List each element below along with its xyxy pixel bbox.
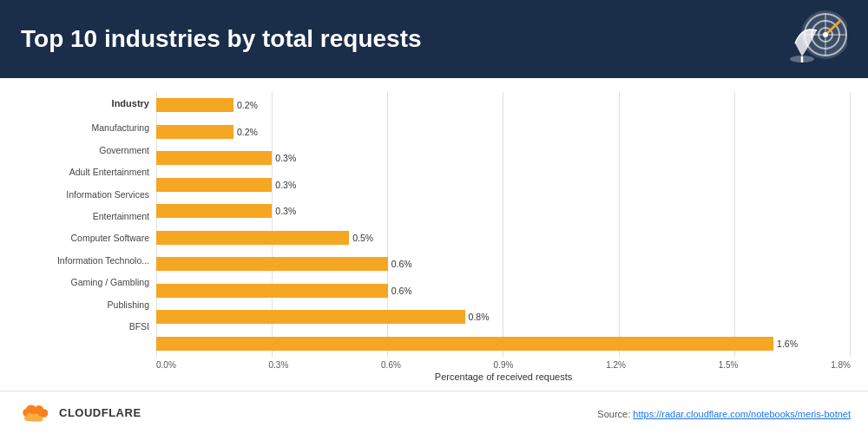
x-tick: 1.5% bbox=[719, 360, 739, 370]
x-tick: 0.0% bbox=[156, 360, 176, 370]
cloudflare-cloud-icon bbox=[17, 401, 52, 425]
y-label-entertainment: Entertainment bbox=[17, 212, 156, 221]
source-prefix: Source: bbox=[597, 409, 633, 419]
bar bbox=[156, 204, 272, 218]
footer: CLOUDFLARE Source: https://radar.cloudfl… bbox=[0, 391, 868, 434]
bar-value-label: 0.3% bbox=[275, 153, 296, 163]
bar-value-label: 0.2% bbox=[237, 127, 258, 137]
bar-value-label: 0.5% bbox=[352, 233, 373, 243]
y-axis-header: Industry bbox=[17, 98, 156, 108]
bar-row: 0.3% bbox=[156, 178, 851, 192]
y-label-bfsi: BFSI bbox=[17, 322, 156, 332]
bar-row: 0.6% bbox=[156, 257, 851, 271]
bar bbox=[156, 98, 233, 112]
x-tick: 1.2% bbox=[606, 360, 626, 370]
x-tick: 1.8% bbox=[831, 360, 851, 370]
y-label-manufacturing: Manufacturing bbox=[17, 123, 156, 133]
bar-row: 1.6% bbox=[156, 337, 851, 351]
source-attribution: Source: https://radar.cloudflare.com/not… bbox=[597, 405, 851, 421]
chart-area: Industry Manufacturing Government Adult … bbox=[0, 78, 868, 391]
bar-value-label: 0.6% bbox=[391, 286, 412, 296]
bar-row: 0.3% bbox=[156, 151, 851, 165]
svg-point-6 bbox=[823, 32, 828, 37]
bar-value-label: 1.6% bbox=[777, 339, 798, 349]
y-axis-labels: Industry Manufacturing Government Adult … bbox=[17, 92, 156, 357]
y-label-computer-software: Computer Software bbox=[17, 233, 156, 243]
x-axis-label: Percentage of received requests bbox=[156, 372, 851, 382]
bar-value-label: 0.8% bbox=[469, 312, 490, 322]
bars-area: 0.2%0.2%0.3%0.3%0.3%0.5%0.6%0.6%0.8%1.6% bbox=[156, 92, 851, 357]
y-label-gaming: Gaming / Gambling bbox=[17, 278, 156, 287]
bar-row: 0.3% bbox=[156, 204, 851, 218]
x-tick: 0.9% bbox=[494, 360, 514, 370]
header: Top 10 industries by total requests bbox=[0, 0, 868, 78]
bar bbox=[156, 151, 272, 165]
bar bbox=[156, 337, 773, 351]
y-label-info-tech: Information Technolo... bbox=[17, 256, 156, 266]
bar bbox=[156, 257, 388, 271]
bar-value-label: 0.3% bbox=[275, 180, 296, 190]
bar-row: 0.5% bbox=[156, 231, 851, 245]
bar-row: 0.2% bbox=[156, 125, 851, 139]
bar-row: 0.8% bbox=[156, 310, 851, 324]
y-label-information-services: Information Services bbox=[17, 190, 156, 200]
x-axis-ticks: 0.0%0.3%0.6%0.9%1.2%1.5%1.8% bbox=[156, 357, 851, 370]
y-label-government: Government bbox=[17, 146, 156, 155]
y-label-adult-entertainment: Adult Entertainment bbox=[17, 168, 156, 177]
bar bbox=[156, 231, 349, 245]
bar bbox=[156, 125, 233, 139]
chart-container: Industry Manufacturing Government Adult … bbox=[17, 92, 851, 357]
x-tick: 0.3% bbox=[269, 360, 289, 370]
bar bbox=[156, 284, 388, 298]
cloudflare-label: CLOUDFLARE bbox=[59, 406, 141, 419]
cloudflare-logo: CLOUDFLARE bbox=[17, 401, 141, 425]
bar-value-label: 0.6% bbox=[391, 259, 412, 269]
bar bbox=[156, 178, 272, 192]
bar-row: 0.2% bbox=[156, 98, 851, 112]
page-title: Top 10 industries by total requests bbox=[21, 25, 422, 53]
radar-icon bbox=[778, 9, 847, 69]
bar-value-label: 0.2% bbox=[237, 100, 258, 110]
y-label-publishing: Publishing bbox=[17, 300, 156, 310]
bars-wrapper: 0.2%0.2%0.3%0.3%0.3%0.5%0.6%0.6%0.8%1.6% bbox=[156, 92, 851, 357]
bar bbox=[156, 310, 465, 324]
x-tick: 0.6% bbox=[381, 360, 401, 370]
source-link[interactable]: https://radar.cloudflare.com/notebooks/m… bbox=[633, 409, 851, 419]
bar-value-label: 0.3% bbox=[275, 206, 296, 216]
bar-row: 0.6% bbox=[156, 284, 851, 298]
